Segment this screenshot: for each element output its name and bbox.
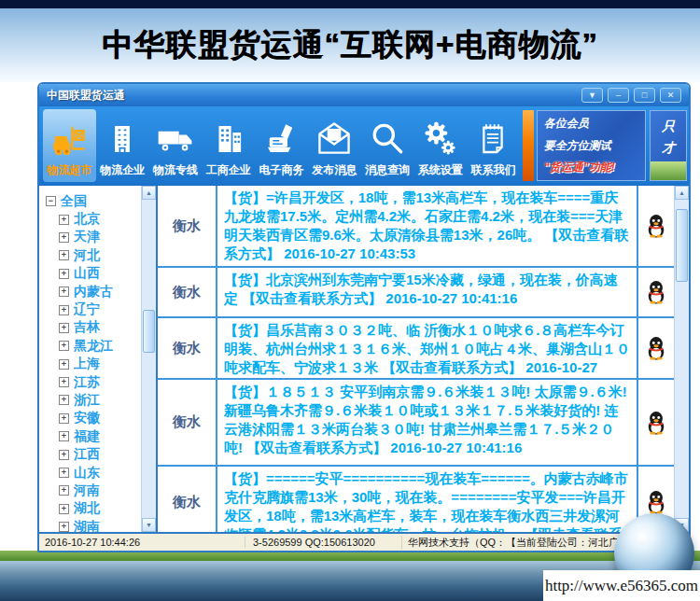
toolbar-button-publish-message[interactable]: 发布消息 — [308, 109, 361, 182]
city-cell: 衡水 — [158, 268, 217, 316]
city-cell: 衡水 — [158, 467, 217, 538]
message-text[interactable]: 【货】北京滨州到东莞南宁要15米冷藏，绿通，现在装，价高速定 【双击查看联系方式… — [217, 268, 638, 316]
status-timestamp: 2016-10-27 10:44:26 — [45, 537, 183, 548]
orange-divider — [523, 110, 534, 181]
tree-item-label: 湖北 — [74, 500, 100, 517]
region-sidebar: − 全国 +北京 +天津 +河北 +山西 +内蒙古 +辽宁 +吉林 +黑龙江 +… — [39, 186, 158, 532]
expand-icon[interactable]: + — [59, 287, 69, 297]
tree-item-label: 江西 — [74, 446, 100, 463]
tree-item-province[interactable]: +湖南 — [59, 518, 141, 532]
tree-item-province[interactable]: +浙江 — [59, 391, 141, 409]
message-text[interactable]: 【货】======安平==========现在装车======。内蒙古赤峰市克什… — [217, 467, 638, 538]
side-ad-image — [651, 161, 686, 180]
envelope-icon — [314, 118, 355, 161]
toolbar-button-logistics-company[interactable]: 物流企业 — [96, 109, 149, 182]
toolbar-button-logistics-line[interactable]: 物流专线 — [149, 109, 203, 182]
tree-item-province[interactable]: +河南 — [59, 482, 141, 499]
tree-item-root[interactable]: − 全国 — [46, 192, 141, 210]
tree-item-label: 浙江 — [74, 392, 100, 409]
website-url: http://www.e56365.com — [543, 570, 700, 601]
tree-item-province[interactable]: +山西 — [59, 265, 141, 283]
scrollbar-thumb[interactable] — [143, 310, 155, 353]
collapse-icon[interactable]: − — [46, 196, 56, 206]
qq-cell[interactable] — [638, 380, 674, 465]
toolbar-button-message-query[interactable]: 消息查询 — [361, 109, 414, 182]
tree-item-province[interactable]: +江西 — [59, 445, 141, 463]
close-button[interactable]: ✕ — [660, 88, 681, 103]
expand-icon[interactable]: + — [59, 485, 69, 496]
toolbar-button-logistics-market[interactable]: 物流超市 — [43, 109, 96, 182]
toolbar-button-label: 联系我们 — [470, 162, 515, 178]
expand-icon[interactable]: + — [59, 269, 69, 279]
expand-icon[interactable]: + — [59, 305, 69, 315]
toolbar-button-ecommerce[interactable]: 电子商务 — [255, 109, 308, 182]
window-titlebar[interactable]: 中国联盟货运通 ▼ – □ ✕ — [39, 84, 689, 106]
toolbar-button-contact-us[interactable]: 联系我们 — [467, 109, 520, 182]
content-scrollbar[interactable]: ▲ ▼ — [674, 186, 689, 532]
expand-icon[interactable]: + — [59, 215, 69, 225]
expand-icon[interactable]: + — [59, 359, 69, 370]
promo-line: “货运通”功能! — [544, 160, 639, 175]
rollup-button[interactable]: ▼ — [581, 88, 603, 103]
tree-item-province[interactable]: +辽宁 — [59, 300, 141, 318]
tree-item-province[interactable]: +安徽 — [59, 410, 141, 427]
side-ad-text: 只 — [662, 119, 675, 135]
qq-cell[interactable] — [638, 268, 674, 316]
expand-icon[interactable]: + — [59, 250, 69, 260]
window-controls: ▼ – □ ✕ — [581, 88, 681, 103]
expand-icon[interactable]: + — [59, 522, 69, 532]
tree-item-province[interactable]: +河北 — [59, 246, 141, 264]
tree-item-province[interactable]: +上海 — [59, 356, 141, 373]
expand-icon[interactable]: + — [59, 431, 69, 441]
freight-message-row[interactable]: 衡水 【货】昌乐莒南３０３２吨、临 沂衡水１０吨求６.８高栏车今订明装、杭州台州… — [158, 318, 674, 380]
message-text[interactable]: 【货】１８５１３ 安平到南京需９.６米装１３吨! 太原需９.６米! 新疆乌鲁木齐… — [217, 380, 638, 465]
search-icon — [367, 118, 408, 161]
tree-item-province[interactable]: +北京 — [59, 210, 141, 228]
building-icon — [103, 118, 142, 161]
tree-item-province[interactable]: +天津 — [59, 229, 141, 246]
scrollbar-thumb[interactable] — [676, 209, 688, 282]
message-table: 衡水 【货】=许昌开发区，18吨，需13米高栏车，现在装车====重庆九龙坡需1… — [158, 186, 674, 532]
expand-icon[interactable]: + — [59, 395, 69, 405]
tree-item-label: 湖南 — [74, 519, 100, 532]
page-background: 中华联盟货运通“互联网+电商物流” http://www.e56365.com … — [0, 0, 700, 601]
freight-message-row[interactable]: 衡水 【货】=许昌开发区，18吨，需13米高栏车，现在装车====重庆九龙坡需1… — [158, 186, 674, 268]
main-toolbar: 物流超市 物流企业 — [39, 106, 689, 185]
tree-item-province[interactable]: +黑龙江 — [59, 337, 141, 355]
expand-icon[interactable]: + — [59, 413, 69, 424]
expand-icon[interactable]: + — [59, 450, 69, 460]
qq-cell[interactable] — [638, 318, 674, 378]
scroll-up-icon[interactable]: ▲ — [142, 186, 156, 200]
tree-item-province[interactable]: +内蒙古 — [59, 283, 141, 300]
toolbar-button-label: 发布消息 — [312, 162, 357, 178]
tree-item-province[interactable]: +吉林 — [59, 319, 141, 337]
tree-item-province[interactable]: +湖北 — [59, 500, 141, 518]
expand-icon[interactable]: + — [59, 504, 69, 514]
freight-message-row[interactable]: 衡水 【货】======安平==========现在装车======。内蒙古赤峰… — [158, 467, 674, 539]
expand-icon[interactable]: + — [59, 468, 69, 478]
window-title: 中国联盟货运通 — [47, 88, 125, 104]
toolbar-button-label: 物流超市 — [47, 162, 91, 178]
toolbar-button-business-company[interactable]: 工商企业 — [202, 109, 255, 182]
tree-item-province[interactable]: +福建 — [59, 427, 141, 445]
toolbar-button-system-settings[interactable]: 系统设置 — [413, 109, 467, 182]
expand-icon[interactable]: + — [59, 323, 69, 333]
qq-cell[interactable] — [638, 186, 674, 266]
scroll-down-icon[interactable]: ▼ — [142, 518, 156, 532]
scroll-up-icon[interactable]: ▲ — [675, 186, 689, 200]
expand-icon[interactable]: + — [59, 341, 69, 351]
maximize-button[interactable]: □ — [634, 88, 655, 103]
expand-icon[interactable]: + — [59, 232, 69, 243]
message-text[interactable]: 【货】昌乐莒南３０３２吨、临 沂衡水１０吨求６.８高栏车今订明装、杭州台州求１３… — [217, 318, 638, 378]
minimize-button[interactable]: – — [608, 88, 629, 103]
tree-item-province[interactable]: +山东 — [59, 464, 141, 482]
tree-item-label: 河北 — [74, 247, 100, 264]
message-text[interactable]: 【货】=许昌开发区，18吨，需13米高栏车，现在装车====重庆九龙坡需17.5… — [217, 186, 638, 266]
tree-item-province[interactable]: +江苏 — [59, 373, 141, 391]
city-cell: 衡水 — [158, 318, 217, 378]
freight-message-row[interactable]: 衡水 【货】北京滨州到东莞南宁要15米冷藏，绿通，现在装，价高速定 【双击查看联… — [158, 268, 674, 318]
freight-message-row[interactable]: 衡水 【货】１８５１３ 安平到南京需９.６米装１３吨! 太原需９.６米! 新疆乌… — [158, 380, 674, 467]
region-tree: − 全国 +北京 +天津 +河北 +山西 +内蒙古 +辽宁 +吉林 +黑龙江 +… — [39, 186, 141, 532]
expand-icon[interactable]: + — [59, 377, 69, 387]
sidebar-scrollbar[interactable]: ▲ ▼ — [141, 186, 156, 532]
